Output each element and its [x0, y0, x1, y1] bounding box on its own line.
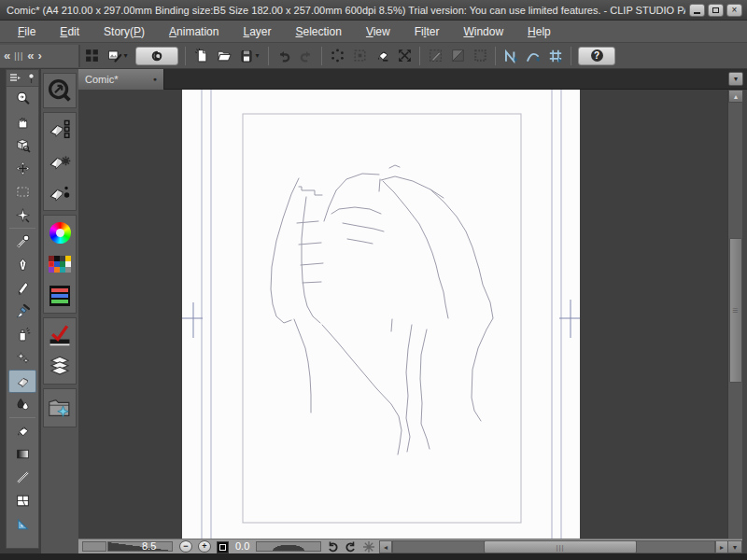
tool-fill[interactable]	[8, 419, 36, 442]
help-button[interactable]: ?	[578, 47, 615, 65]
dotted-ring-icon	[330, 48, 345, 63]
tool-palette-box	[43, 112, 77, 211]
document-page[interactable]	[182, 90, 580, 539]
menu-filter[interactable]: Filter	[402, 22, 452, 41]
menu-edit[interactable]: Edit	[48, 22, 92, 41]
close-icon: ×	[732, 6, 738, 15]
tool-blend[interactable]	[8, 393, 36, 416]
collapse-dock-2-button[interactable]: «	[27, 49, 34, 62]
transform-button[interactable]	[393, 46, 416, 66]
palette-navigator[interactable]	[46, 77, 74, 105]
menu-window[interactable]: Window	[451, 22, 515, 41]
canvas-viewport[interactable]	[78, 90, 727, 539]
snap-to-ruler-button[interactable]	[500, 46, 522, 66]
bucket-pour-icon	[374, 48, 390, 63]
menu-file[interactable]: File	[6, 22, 48, 41]
vertical-scrollbar[interactable]: ▴ ☰	[727, 90, 742, 539]
save-file-button[interactable]: ▾	[234, 46, 264, 66]
dock-grip-handle[interactable]: |||	[14, 51, 23, 61]
expand-dock-button[interactable]: ›	[37, 49, 41, 62]
tool-hand[interactable]	[8, 110, 36, 133]
open-file-button[interactable]	[212, 46, 234, 66]
maximize-button[interactable]	[708, 4, 724, 17]
tool-gradient[interactable]	[8, 442, 36, 466]
palette-color-wheel[interactable]	[46, 218, 74, 246]
scroll-down-button[interactable]: ▾	[727, 540, 742, 553]
tool-zoom[interactable]	[8, 87, 36, 110]
menu-help[interactable]: Help	[515, 22, 563, 41]
convert-selection-button[interactable]	[424, 46, 446, 66]
rotate-ccw-button[interactable]	[327, 540, 340, 553]
chevron-down-icon: ▾	[734, 75, 738, 83]
zoom-out-button[interactable]: −	[179, 540, 192, 553]
tool-property-icon	[48, 149, 72, 174]
scroll-right-button[interactable]: ▸	[715, 540, 728, 553]
menu-story[interactable]: Story(P)	[92, 22, 157, 41]
tool-figure[interactable]	[8, 466, 36, 489]
tool-pencil[interactable]	[8, 276, 36, 300]
zoom-in-button[interactable]: +	[198, 540, 211, 553]
scroll-up-button[interactable]: ▴	[728, 90, 743, 103]
grid-icon	[84, 48, 100, 63]
tool-airbrush[interactable]	[8, 323, 36, 346]
palette-sub-tool[interactable]	[46, 116, 74, 144]
tool-eraser[interactable]	[8, 370, 36, 393]
collapse-dock-button[interactable]: «	[4, 49, 10, 62]
tool-brush[interactable]	[8, 300, 36, 323]
arrow-left-icon: ◂	[384, 543, 388, 552]
tab-list-button[interactable]: ▾	[728, 72, 743, 86]
tool-auto-select[interactable]	[8, 203, 36, 227]
palette-color-set[interactable]	[46, 250, 74, 278]
close-button[interactable]: ×	[726, 4, 742, 17]
workspace-switch-button[interactable]: ▾	[103, 46, 133, 66]
tool-frame-border[interactable]	[8, 489, 36, 512]
color-slider-icon	[49, 286, 70, 306]
pin-icon[interactable]	[27, 73, 35, 84]
redo-arrow-icon	[298, 48, 315, 64]
tool-decoration[interactable]	[8, 346, 36, 370]
menu-animation[interactable]: Animation	[157, 22, 231, 41]
palette-tool-property[interactable]	[46, 147, 74, 175]
workspace-grid-button[interactable]	[80, 46, 103, 66]
snap-to-special-ruler-button[interactable]	[522, 46, 544, 66]
tool-operation[interactable]	[8, 133, 36, 157]
clear-button[interactable]	[371, 46, 393, 66]
brush-size-icon	[48, 181, 72, 205]
horizontal-scroll-thumb[interactable]: |||	[484, 540, 637, 553]
tool-ruler[interactable]	[8, 512, 36, 536]
palette-color-slider[interactable]	[46, 282, 74, 310]
scroll-left-button[interactable]: ◂	[379, 540, 392, 553]
vertical-scroll-thumb[interactable]: ☰	[729, 238, 742, 383]
palette-brush-size[interactable]	[46, 179, 74, 207]
menu-selection[interactable]: Selection	[284, 22, 354, 41]
open-clip-studio-button[interactable]	[135, 47, 178, 65]
palette-menu-icon[interactable]	[9, 73, 21, 83]
zoom-slider[interactable]	[107, 541, 173, 552]
palette-material[interactable]	[46, 392, 74, 424]
tool-selection[interactable]	[8, 180, 36, 203]
gradient-icon	[15, 446, 31, 462]
rotation-slider[interactable]	[256, 541, 321, 552]
reset-rotation-button[interactable]	[362, 540, 375, 553]
fit-to-window-button[interactable]	[217, 541, 229, 553]
workspace-image-brush-icon	[107, 49, 122, 63]
new-file-button[interactable]	[190, 46, 212, 66]
undo-button[interactable]	[273, 46, 295, 66]
selection-border-button[interactable]	[469, 46, 491, 66]
tool-pen[interactable]	[8, 253, 36, 276]
rotate-cw-button[interactable]	[344, 540, 357, 553]
zoom-slider-start[interactable]	[82, 541, 106, 552]
minimize-button[interactable]	[689, 4, 705, 17]
mask-area-button[interactable]	[446, 46, 469, 66]
menu-view[interactable]: View	[354, 22, 402, 41]
menu-layer[interactable]: Layer	[231, 22, 283, 41]
deselect-button[interactable]	[326, 46, 348, 66]
tool-eyedropper[interactable]	[8, 230, 36, 253]
redo-button[interactable]	[295, 46, 317, 66]
tool-move-layer[interactable]	[8, 157, 36, 180]
snap-to-grid-button[interactable]	[544, 46, 567, 66]
reselect-button[interactable]	[348, 46, 371, 66]
palette-auto-action[interactable]	[46, 321, 74, 349]
tab-comic[interactable]: Comic* ●	[78, 69, 164, 90]
palette-layer[interactable]	[46, 353, 74, 381]
